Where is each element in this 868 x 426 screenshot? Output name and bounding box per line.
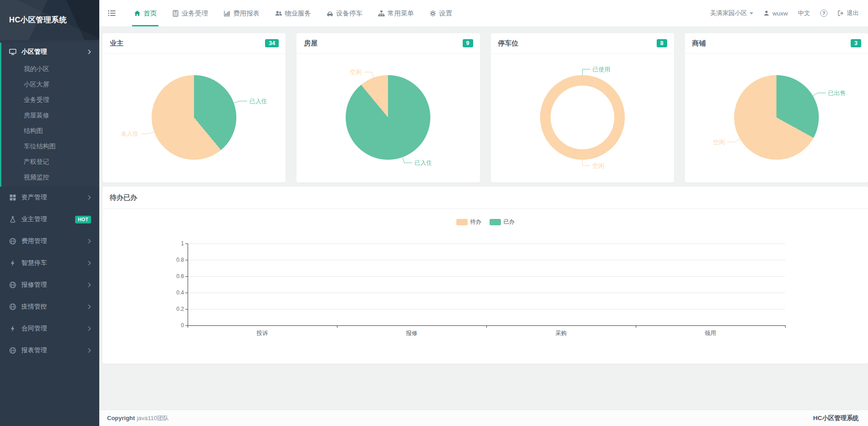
pie-label-leader-line — [582, 69, 590, 75]
sidebar-item-label: 资产管理 — [21, 193, 47, 202]
pie-label: 已入住 — [250, 98, 267, 105]
pie-disc[interactable] — [734, 75, 819, 160]
chevron-right-icon — [88, 195, 91, 200]
sidebar-subitem[interactable]: 产权登记 — [1, 154, 99, 169]
panel-title: 待办已办 — [110, 193, 137, 202]
tab-business-accept[interactable]: 业务受理 — [172, 0, 208, 26]
sidebar-item-owner-mgmt[interactable]: 业主管理 HOT — [0, 208, 99, 230]
main-area: 首页 业务受理 费用报表 物业服务 设备停车 常用菜单 — [99, 0, 868, 426]
sign-out-icon — [837, 10, 844, 16]
pie-label-leader-line — [364, 72, 373, 77]
sidebar-item-contract-mgmt[interactable]: 合同管理 — [0, 318, 99, 340]
globe-icon — [9, 303, 16, 310]
tab-home[interactable]: 首页 — [134, 0, 157, 26]
tab-fee-report[interactable]: 费用报表 — [224, 0, 260, 26]
pie-label: 已入住 — [414, 159, 432, 166]
footer: Copyrightjava110团队 HC小区管理系统 — [99, 410, 868, 426]
sidebar-item-label: 合同管理 — [21, 325, 47, 333]
sidebar-item-label: 费用管理 — [21, 237, 47, 245]
todo-done-chart: 待办已办00.20.40.60.81投诉报修采购领用 — [102, 209, 868, 364]
sidebar-item-label: 报修管理 — [21, 281, 47, 289]
community-selector[interactable]: 美满家园小区 — [710, 9, 753, 17]
sidebar-item-asset-mgmt[interactable]: 资产管理 — [0, 187, 99, 208]
x-axis-tick — [486, 325, 487, 328]
calculator-icon — [172, 10, 179, 17]
x-axis-category-label: 采购 — [486, 330, 636, 337]
gear-icon — [429, 10, 436, 17]
language-switch[interactable]: 中文 — [798, 9, 810, 17]
card-header: 业主 34 — [102, 33, 286, 54]
count-badge: 9 — [463, 39, 473, 48]
bolt-icon — [9, 259, 16, 267]
tab-device-parking[interactable]: 设备停车 — [327, 0, 363, 26]
legend-swatch — [456, 219, 468, 225]
sidebar-item-label: 业主管理 — [21, 215, 47, 223]
sidebar-item-epidemic-control[interactable]: 疫情管控 — [0, 296, 99, 318]
gridline — [188, 276, 785, 277]
y-axis-line — [188, 243, 188, 325]
chevron-right-icon — [88, 326, 91, 331]
sidebar-subitem[interactable]: 视频监控 — [1, 169, 99, 185]
gridline — [188, 309, 785, 309]
pie-label: 未入住 — [121, 130, 138, 137]
logout-button[interactable]: 退出 — [837, 9, 859, 17]
pie-label: 已出售 — [828, 90, 846, 96]
globe-icon — [9, 238, 16, 245]
bolt-icon — [9, 325, 16, 332]
sidebar-nav: 小区管理 我的小区 小区大屏 业务受理 房屋装修 结构图 车位结构图 产权登记 … — [0, 40, 99, 361]
sidebar-subitem[interactable]: 房屋装修 — [1, 107, 99, 123]
help-icon[interactable] — [820, 10, 827, 17]
sidebar-item-label: 小区管理 — [21, 48, 47, 56]
y-axis-tick-label: 0.4 — [166, 289, 184, 296]
pie-label-leader-line — [141, 132, 154, 134]
pie-disc[interactable] — [152, 75, 236, 160]
user-icon — [763, 10, 770, 16]
gridline — [188, 260, 785, 260]
sidebar-item-community-mgmt[interactable]: 小区管理 — [1, 43, 99, 61]
sidebar-submenu: 我的小区 小区大屏 业务受理 房屋装修 结构图 车位结构图 产权登记 视频监控 — [1, 61, 99, 185]
x-axis-tick — [785, 325, 786, 328]
count-badge: 8 — [657, 39, 667, 48]
stat-card-houses: 房屋 9 已入住空闲 — [296, 33, 480, 183]
legend-swatch — [490, 219, 501, 225]
count-badge: 34 — [265, 39, 279, 48]
legend-label: 已办 — [504, 218, 515, 226]
legend-item[interactable]: 待办 — [456, 218, 481, 226]
pie-label-leader-line — [234, 101, 247, 103]
x-axis-category-label: 投诉 — [188, 330, 337, 337]
sidebar-subitem[interactable]: 车位结构图 — [1, 138, 99, 154]
user-menu[interactable]: wuxw — [763, 10, 788, 17]
bar-chart-icon — [224, 10, 230, 17]
chevron-right-icon — [88, 304, 91, 309]
tab-common-menu[interactable]: 常用菜单 — [378, 0, 414, 26]
sidebar-subitem[interactable]: 结构图 — [1, 123, 99, 138]
pie-label-leader-line — [403, 157, 412, 163]
sidebar-item-smart-parking[interactable]: 智慧停车 — [0, 252, 99, 274]
top-tabs: 首页 业务受理 费用报表 物业服务 设备停车 常用菜单 — [126, 0, 460, 26]
sidebar-subitem[interactable]: 业务受理 — [1, 92, 99, 107]
sidebar-item-report-mgmt[interactable]: 报表管理 — [0, 340, 99, 361]
tab-settings[interactable]: 设置 — [429, 0, 452, 26]
tab-property-service[interactable]: 物业服务 — [275, 0, 311, 26]
x-axis-tick — [188, 325, 188, 328]
sidebar-item-label: 报表管理 — [21, 346, 47, 355]
pie-disc[interactable] — [346, 75, 430, 160]
app-logo: HC小区管理系统 — [0, 0, 99, 40]
pie-label-leader-line — [582, 160, 590, 166]
y-axis-tick-label: 0 — [166, 322, 184, 329]
sidebar-subitem[interactable]: 小区大屏 — [1, 76, 99, 92]
users-icon — [275, 10, 282, 17]
sidebar-subitem[interactable]: 我的小区 — [1, 61, 99, 76]
card-title: 业主 — [110, 39, 123, 48]
sidebar-item-fee-mgmt[interactable]: 费用管理 — [0, 230, 99, 252]
menu-list-icon[interactable] — [107, 10, 116, 17]
sidebar-item-repair-mgmt[interactable]: 报修管理 — [0, 274, 99, 296]
footer-app-name: HC小区管理系统 — [813, 414, 859, 422]
legend-item[interactable]: 已办 — [490, 218, 515, 226]
card-title: 停车位 — [498, 39, 519, 48]
donut-chart-parking: 已使用空闲 — [491, 54, 674, 183]
chevron-right-icon — [88, 348, 91, 353]
y-axis-tick-label: 0.2 — [166, 306, 184, 312]
sitemap-icon — [378, 10, 385, 17]
pie-chart-shops: 已出售空闲 — [685, 54, 868, 183]
